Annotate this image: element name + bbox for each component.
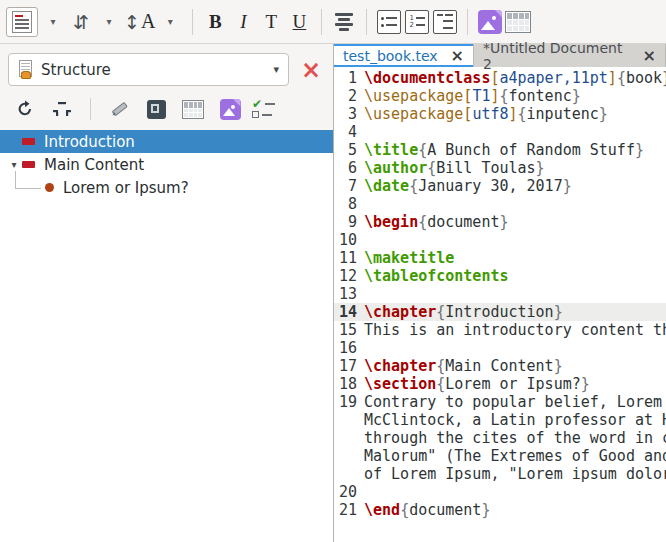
close-panel-button[interactable]: × (297, 58, 325, 82)
enumerate-button[interactable]: 1 2 (404, 7, 430, 37)
code-line[interactable]: 21\end{document} (334, 501, 666, 519)
editor-area: test_book.tex×*Untitled Document 2× 1\do… (333, 44, 666, 542)
line-number: 10 (334, 231, 357, 249)
insert-image-button[interactable] (477, 7, 503, 37)
structure-item[interactable]: Lorem or Ipsum? (0, 176, 333, 199)
code-token: A Bunch of Random Stuff (427, 141, 635, 159)
structure-item[interactable]: Introduction (0, 130, 333, 153)
code-token: Lorem or Ipsum? (445, 375, 580, 393)
code-line[interactable]: through the cites of the word in cl (334, 429, 666, 447)
code-line[interactable]: McClintock, a Latin professor at Ha (334, 411, 666, 429)
italic-button[interactable]: I (230, 7, 256, 37)
table-icon (182, 100, 204, 119)
code-line[interactable]: 1\documentclass[a4paper,11pt]{book} (334, 69, 666, 87)
code-line[interactable]: 13 (334, 285, 666, 303)
sectioning-dropdown[interactable]: ▾ (40, 7, 66, 37)
code-line[interactable]: 15This is an introductory content tha (334, 321, 666, 339)
code-line[interactable]: 12\tableofcontents (334, 267, 666, 285)
code-line[interactable]: 5\title{A Bunch of Random Stuff} (334, 141, 666, 159)
font-size-button[interactable]: ↕A (124, 7, 155, 37)
insert-table-button[interactable] (505, 7, 531, 37)
structure-tree: Introduction▾Main ContentLorem or Ipsum? (0, 130, 333, 542)
line-spacing-button[interactable]: ⇵ (68, 7, 94, 37)
code-line[interactable]: 2\usepackage[T1]{fontenc} (334, 87, 666, 105)
code-token: } (536, 159, 545, 177)
code-line-content: of Lorem Ipsum, "Lorem ipsum dolor (364, 465, 666, 483)
line-number: 21 (334, 501, 357, 519)
code-token: document (427, 213, 499, 231)
code-line[interactable]: 6\author{Bill Toulas} (334, 159, 666, 177)
code-line-content: McClintock, a Latin professor at Ha (364, 411, 666, 429)
code-token: a4paper,11pt (499, 69, 607, 87)
code-line[interactable]: 10 (334, 231, 666, 249)
tree-connector (15, 171, 41, 189)
todo-list-button[interactable]: ✔ (256, 98, 278, 120)
chevron-down-icon: ▾ (168, 16, 173, 27)
code-token: } (563, 177, 572, 195)
code-line[interactable]: Malorum" (The Extremes of Good and (334, 447, 666, 465)
collapse-all-button[interactable] (51, 98, 73, 120)
code-token: \documentclass (364, 69, 490, 87)
underline-button[interactable]: U (286, 7, 312, 37)
code-line[interactable]: 18\section{Lorem or Ipsum?} (334, 375, 666, 393)
insert-block-button[interactable] (145, 98, 167, 120)
insert-table-button[interactable] (182, 98, 204, 120)
structure-item[interactable]: ▾Main Content (0, 153, 333, 176)
description-button[interactable] (432, 7, 458, 37)
letter-a-icon: A (141, 10, 155, 33)
code-token: \maketitle (364, 249, 454, 267)
center-align-icon (333, 13, 355, 31)
close-icon[interactable]: × (451, 49, 464, 63)
chevron-down-icon: ▾ (106, 16, 111, 27)
line-number: 18 (334, 375, 357, 393)
code-line[interactable]: 19Contrary to popular belief, Lorem Ip (334, 393, 666, 411)
code-line[interactable]: 3\usepackage[utf8]{inputenc} (334, 105, 666, 123)
insert-label-button[interactable] (108, 98, 130, 120)
tab-label: test_book.tex (343, 48, 438, 64)
code-line[interactable]: 4 (334, 123, 666, 141)
code-editor[interactable]: 1\documentclass[a4paper,11pt]{book}2\use… (334, 67, 666, 542)
chevron-down-icon: ▾ (273, 63, 279, 76)
code-token: \usepackage (364, 87, 463, 105)
code-token: utf8 (472, 105, 508, 123)
code-token: inputenc (527, 105, 599, 123)
code-token: { (427, 159, 436, 177)
code-line[interactable]: 20 (334, 483, 666, 501)
code-line-content: \documentclass[a4paper,11pt]{book} (364, 69, 666, 87)
line-number: 1 (334, 69, 357, 87)
code-line[interactable]: of Lorem Ipsum, "Lorem ipsum dolor (334, 465, 666, 483)
code-token: { (617, 69, 626, 87)
tab-test_book-tex[interactable]: test_book.tex× (334, 44, 474, 67)
line-spacing-dropdown[interactable]: ▾ (96, 7, 122, 37)
bold-button[interactable]: B (202, 7, 228, 37)
sectioning-icon (12, 11, 32, 33)
refresh-button[interactable] (14, 98, 36, 120)
code-line[interactable]: 8 (334, 195, 666, 213)
tab--untitled-document-2[interactable]: *Untitled Document 2× (474, 44, 666, 67)
code-token: Malorum" (The Extremes of Good and (364, 447, 666, 465)
code-line[interactable]: 9\begin{document} (334, 213, 666, 231)
line-number: 7 (334, 177, 357, 195)
typewriter-button[interactable]: T (258, 7, 284, 37)
center-justify-button[interactable] (331, 7, 357, 37)
code-line[interactable]: 17\chapter{Main Content} (334, 357, 666, 375)
code-line[interactable]: 11\maketitle (334, 249, 666, 267)
image-icon (478, 10, 502, 34)
code-token: book (626, 69, 662, 87)
code-line[interactable]: 7\date{January 30, 2017} (334, 177, 666, 195)
font-size-dropdown[interactable]: ▾ (157, 7, 183, 37)
code-line-content: \title{A Bunch of Random Stuff} (364, 141, 666, 159)
indented-list-icon (433, 10, 457, 34)
code-line[interactable]: 16 (334, 339, 666, 357)
section-icon (45, 183, 54, 192)
itemize-button[interactable] (376, 7, 402, 37)
code-token: \chapter (364, 303, 436, 321)
panel-selector-combobox[interactable]: Structure ▾ (8, 53, 289, 86)
code-token: fontenc (509, 87, 572, 105)
code-line[interactable]: 14\chapter{Introduction} (334, 303, 666, 321)
sectioning-button[interactable] (6, 7, 38, 37)
insert-image-button[interactable] (219, 98, 241, 120)
code-token: { (499, 87, 508, 105)
structure-toolbar: ✔ (0, 92, 333, 130)
close-icon[interactable]: × (643, 49, 656, 63)
